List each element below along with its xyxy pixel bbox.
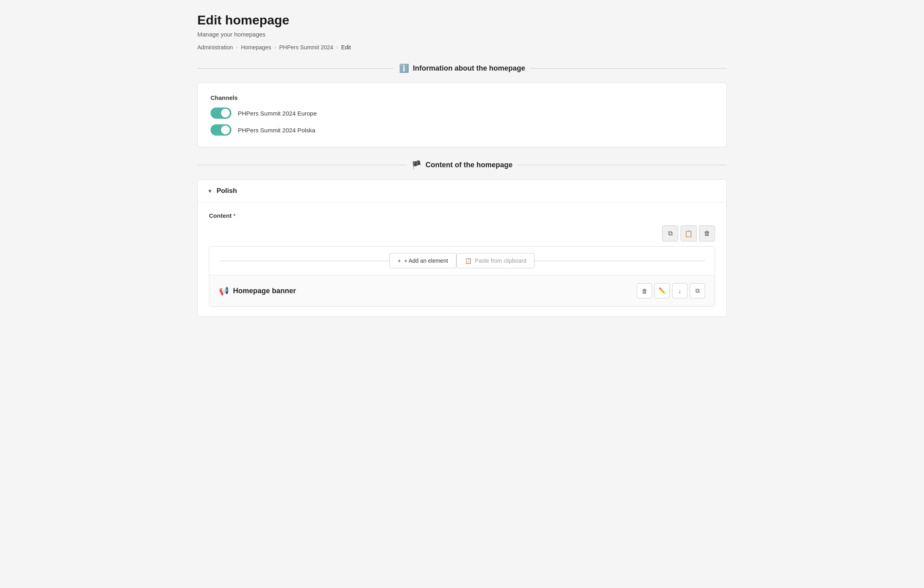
channel-row-europe: PHPers Summit 2024 Europe: [211, 107, 713, 119]
page-title: Edit homepage: [197, 13, 727, 28]
breadcrumb-sep-3: ›: [336, 45, 338, 50]
channel-name-europe: PHPers Summit 2024 Europe: [238, 110, 317, 117]
channel-name-polska: PHPers Summit 2024 Polska: [238, 127, 315, 134]
paste-icon: 📋: [685, 230, 693, 237]
delete-element-button[interactable]: 🗑: [637, 283, 652, 298]
content-section-divider: 🏴 Content of the homepage: [197, 160, 727, 170]
content-toolbar: ⧉ 📋 🗑: [209, 225, 715, 241]
trash-icon: 🗑: [704, 230, 710, 237]
language-label: Polish: [217, 187, 237, 195]
channel-row-polska: PHPers Summit 2024 Polska: [211, 124, 713, 136]
arrow-down-icon: ↓: [678, 288, 681, 294]
breadcrumb-sep-1: ›: [236, 45, 238, 50]
content-section-label: Content of the homepage: [426, 161, 513, 169]
copy-element-icon: ⧉: [695, 287, 700, 294]
add-element-bar: + + Add an element 📋 Paste from clipboar…: [209, 247, 715, 275]
content-field-label: Content *: [209, 212, 715, 219]
language-header[interactable]: ▼ Polish: [198, 180, 726, 203]
element-block-homepage-banner: 📢 Homepage banner 🗑 ✏️ ↓: [209, 275, 715, 306]
element-actions: 🗑 ✏️ ↓ ⧉: [637, 283, 705, 298]
copy-element-button[interactable]: ⧉: [690, 283, 705, 298]
edit-element-button[interactable]: ✏️: [654, 283, 670, 298]
element-header: 📢 Homepage banner 🗑 ✏️ ↓: [219, 283, 705, 298]
paste-from-clipboard-button[interactable]: 📋 Paste from clipboard: [456, 253, 535, 268]
element-title-label: Homepage banner: [233, 287, 296, 295]
element-title: 📢 Homepage banner: [219, 286, 296, 296]
add-element-label: + Add an element: [404, 258, 448, 264]
edit-icon: ✏️: [659, 287, 666, 294]
add-element-button[interactable]: + + Add an element: [389, 253, 457, 268]
paste-content-button[interactable]: 📋: [681, 225, 697, 241]
breadcrumb-edit: Edit: [341, 44, 351, 51]
required-indicator: *: [233, 213, 235, 219]
copy-icon: ⧉: [668, 230, 673, 237]
content-icon: 🏴: [411, 160, 421, 170]
breadcrumb: Administration › Homepages › PHPers Summ…: [197, 44, 727, 51]
copy-content-button[interactable]: ⧉: [662, 225, 678, 241]
content-card: ▼ Polish Content * ⧉ 📋 🗑: [197, 179, 727, 317]
breadcrumb-summit[interactable]: PHPers Summit 2024: [279, 44, 333, 51]
channels-card: Channels PHPers Summit 2024 Europe PHPer…: [197, 83, 727, 147]
channels-label: Channels: [211, 94, 713, 101]
delete-content-button[interactable]: 🗑: [699, 225, 715, 241]
content-body: Content * ⧉ 📋 🗑 +: [198, 203, 726, 316]
plus-icon: +: [398, 258, 401, 264]
breadcrumb-homepages[interactable]: Homepages: [241, 44, 272, 51]
paste-from-clipboard-label: Paste from clipboard: [475, 258, 526, 264]
breadcrumb-sep-2: ›: [274, 45, 276, 50]
clipboard-icon: 📋: [465, 258, 472, 264]
info-icon: ℹ️: [399, 63, 409, 73]
delete-icon: 🗑: [642, 288, 648, 294]
content-editor: + + Add an element 📋 Paste from clipboar…: [209, 246, 715, 307]
page-subtitle: Manage your homepages: [197, 31, 727, 38]
banner-icon: 📢: [219, 286, 229, 296]
info-section-label: Information about the homepage: [413, 64, 525, 73]
chevron-down-icon: ▼: [207, 188, 213, 194]
breadcrumb-administration[interactable]: Administration: [197, 44, 233, 51]
channel-toggle-polska[interactable]: [211, 124, 231, 136]
info-section-divider: ℹ️ Information about the homepage: [197, 63, 727, 73]
move-down-element-button[interactable]: ↓: [672, 283, 687, 298]
channel-toggle-europe[interactable]: [211, 107, 231, 119]
